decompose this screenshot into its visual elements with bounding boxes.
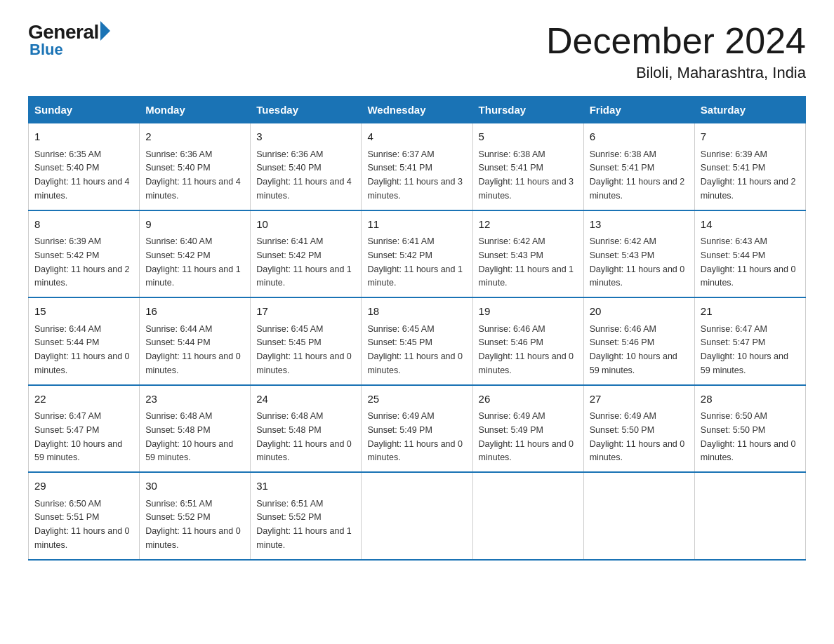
list-item: 23Sunrise: 6:48 AMSunset: 5:48 PMDayligh… bbox=[140, 385, 251, 473]
list-item: 5Sunrise: 6:38 AMSunset: 5:41 PMDaylight… bbox=[472, 123, 583, 210]
day-number: 30 bbox=[145, 478, 244, 495]
day-info: Sunrise: 6:47 AMSunset: 5:47 PMDaylight:… bbox=[34, 411, 122, 462]
list-item bbox=[694, 472, 805, 560]
day-info: Sunrise: 6:48 AMSunset: 5:48 PMDaylight:… bbox=[145, 411, 233, 462]
table-row: 22Sunrise: 6:47 AMSunset: 5:47 PMDayligh… bbox=[29, 385, 806, 473]
list-item: 31Sunrise: 6:51 AMSunset: 5:52 PMDayligh… bbox=[251, 472, 362, 560]
list-item: 27Sunrise: 6:49 AMSunset: 5:50 PMDayligh… bbox=[583, 385, 694, 473]
day-number: 19 bbox=[479, 304, 578, 320]
col-friday: Friday bbox=[583, 97, 694, 123]
day-number: 16 bbox=[145, 304, 244, 320]
day-info: Sunrise: 6:38 AMSunset: 5:41 PMDaylight:… bbox=[590, 149, 685, 201]
logo-arrow-icon bbox=[100, 21, 110, 41]
list-item: 9Sunrise: 6:40 AMSunset: 5:42 PMDaylight… bbox=[140, 210, 251, 298]
day-number: 13 bbox=[590, 217, 689, 233]
col-monday: Monday bbox=[140, 97, 251, 123]
day-number: 11 bbox=[367, 217, 466, 233]
day-number: 14 bbox=[701, 217, 800, 233]
day-info: Sunrise: 6:39 AMSunset: 5:41 PMDaylight:… bbox=[701, 149, 796, 201]
header-row: Sunday Monday Tuesday Wednesday Thursday… bbox=[29, 97, 806, 123]
day-info: Sunrise: 6:41 AMSunset: 5:42 PMDaylight:… bbox=[367, 236, 463, 288]
day-info: Sunrise: 6:40 AMSunset: 5:42 PMDaylight:… bbox=[145, 236, 241, 288]
list-item: 29Sunrise: 6:50 AMSunset: 5:51 PMDayligh… bbox=[29, 472, 140, 560]
day-number: 25 bbox=[367, 391, 466, 408]
table-row: 1Sunrise: 6:35 AMSunset: 5:40 PMDaylight… bbox=[29, 123, 806, 210]
list-item: 12Sunrise: 6:42 AMSunset: 5:43 PMDayligh… bbox=[472, 210, 583, 298]
col-sunday: Sunday bbox=[29, 97, 140, 123]
list-item: 18Sunrise: 6:45 AMSunset: 5:45 PMDayligh… bbox=[362, 297, 472, 385]
list-item: 14Sunrise: 6:43 AMSunset: 5:44 PMDayligh… bbox=[694, 210, 805, 298]
day-number: 18 bbox=[367, 304, 466, 320]
day-info: Sunrise: 6:51 AMSunset: 5:52 PMDaylight:… bbox=[145, 499, 241, 550]
day-info: Sunrise: 6:47 AMSunset: 5:47 PMDaylight:… bbox=[701, 324, 788, 375]
day-number: 17 bbox=[256, 304, 355, 320]
day-number: 12 bbox=[479, 217, 578, 233]
day-number: 6 bbox=[590, 129, 689, 145]
col-saturday: Saturday bbox=[694, 97, 805, 123]
day-info: Sunrise: 6:43 AMSunset: 5:44 PMDaylight:… bbox=[701, 236, 796, 288]
day-number: 4 bbox=[367, 129, 466, 145]
list-item: 3Sunrise: 6:36 AMSunset: 5:40 PMDaylight… bbox=[251, 123, 362, 210]
list-item: 22Sunrise: 6:47 AMSunset: 5:47 PMDayligh… bbox=[29, 385, 140, 473]
list-item: 21Sunrise: 6:47 AMSunset: 5:47 PMDayligh… bbox=[694, 297, 805, 385]
calendar-title: December 2024 bbox=[546, 21, 806, 61]
day-info: Sunrise: 6:44 AMSunset: 5:44 PMDaylight:… bbox=[34, 324, 130, 375]
day-number: 26 bbox=[479, 391, 578, 408]
calendar-subtitle: Biloli, Maharashtra, India bbox=[546, 64, 806, 82]
logo-blue: Blue bbox=[29, 41, 110, 59]
list-item: 6Sunrise: 6:38 AMSunset: 5:41 PMDaylight… bbox=[583, 123, 694, 210]
day-number: 20 bbox=[590, 304, 689, 320]
day-number: 7 bbox=[701, 129, 800, 145]
day-info: Sunrise: 6:46 AMSunset: 5:46 PMDaylight:… bbox=[590, 324, 677, 375]
day-info: Sunrise: 6:42 AMSunset: 5:43 PMDaylight:… bbox=[590, 236, 685, 288]
day-number: 28 bbox=[701, 391, 800, 408]
day-info: Sunrise: 6:44 AMSunset: 5:44 PMDaylight:… bbox=[145, 324, 241, 375]
day-number: 10 bbox=[256, 217, 355, 233]
day-info: Sunrise: 6:39 AMSunset: 5:42 PMDaylight:… bbox=[34, 236, 130, 288]
title-block: December 2024 Biloli, Maharashtra, India bbox=[546, 21, 806, 82]
col-wednesday: Wednesday bbox=[362, 97, 472, 123]
list-item: 19Sunrise: 6:46 AMSunset: 5:46 PMDayligh… bbox=[472, 297, 583, 385]
list-item: 26Sunrise: 6:49 AMSunset: 5:49 PMDayligh… bbox=[472, 385, 583, 473]
day-info: Sunrise: 6:42 AMSunset: 5:43 PMDaylight:… bbox=[479, 236, 574, 288]
day-info: Sunrise: 6:49 AMSunset: 5:50 PMDaylight:… bbox=[590, 411, 685, 462]
day-info: Sunrise: 6:36 AMSunset: 5:40 PMDaylight:… bbox=[145, 149, 241, 201]
list-item: 10Sunrise: 6:41 AMSunset: 5:42 PMDayligh… bbox=[251, 210, 362, 298]
day-info: Sunrise: 6:48 AMSunset: 5:48 PMDaylight:… bbox=[256, 411, 352, 462]
day-info: Sunrise: 6:49 AMSunset: 5:49 PMDaylight:… bbox=[367, 411, 463, 462]
day-number: 2 bbox=[145, 129, 244, 145]
day-info: Sunrise: 6:35 AMSunset: 5:40 PMDaylight:… bbox=[34, 149, 130, 201]
table-row: 15Sunrise: 6:44 AMSunset: 5:44 PMDayligh… bbox=[29, 297, 806, 385]
day-info: Sunrise: 6:36 AMSunset: 5:40 PMDaylight:… bbox=[256, 149, 352, 201]
day-number: 8 bbox=[34, 217, 133, 233]
list-item: 20Sunrise: 6:46 AMSunset: 5:46 PMDayligh… bbox=[583, 297, 694, 385]
calendar-table: Sunday Monday Tuesday Wednesday Thursday… bbox=[28, 96, 806, 561]
day-number: 27 bbox=[590, 391, 689, 408]
day-info: Sunrise: 6:46 AMSunset: 5:46 PMDaylight:… bbox=[479, 324, 574, 375]
day-info: Sunrise: 6:37 AMSunset: 5:41 PMDaylight:… bbox=[367, 149, 463, 201]
day-number: 23 bbox=[145, 391, 244, 408]
day-number: 3 bbox=[256, 129, 355, 145]
list-item: 15Sunrise: 6:44 AMSunset: 5:44 PMDayligh… bbox=[29, 297, 140, 385]
day-number: 22 bbox=[34, 391, 133, 408]
list-item: 28Sunrise: 6:50 AMSunset: 5:50 PMDayligh… bbox=[694, 385, 805, 473]
day-info: Sunrise: 6:45 AMSunset: 5:45 PMDaylight:… bbox=[367, 324, 463, 375]
page-header: General Blue December 2024 Biloli, Mahar… bbox=[28, 21, 806, 82]
list-item: 25Sunrise: 6:49 AMSunset: 5:49 PMDayligh… bbox=[362, 385, 472, 473]
day-number: 1 bbox=[34, 129, 133, 145]
day-info: Sunrise: 6:51 AMSunset: 5:52 PMDaylight:… bbox=[256, 499, 352, 550]
list-item: 1Sunrise: 6:35 AMSunset: 5:40 PMDaylight… bbox=[29, 123, 140, 210]
day-info: Sunrise: 6:50 AMSunset: 5:51 PMDaylight:… bbox=[34, 499, 130, 550]
day-info: Sunrise: 6:41 AMSunset: 5:42 PMDaylight:… bbox=[256, 236, 352, 288]
list-item: 30Sunrise: 6:51 AMSunset: 5:52 PMDayligh… bbox=[140, 472, 251, 560]
day-number: 24 bbox=[256, 391, 355, 408]
col-thursday: Thursday bbox=[472, 97, 583, 123]
list-item: 11Sunrise: 6:41 AMSunset: 5:42 PMDayligh… bbox=[362, 210, 472, 298]
list-item bbox=[362, 472, 472, 560]
list-item bbox=[472, 472, 583, 560]
day-info: Sunrise: 6:38 AMSunset: 5:41 PMDaylight:… bbox=[479, 149, 574, 201]
day-number: 9 bbox=[145, 217, 244, 233]
list-item: 13Sunrise: 6:42 AMSunset: 5:43 PMDayligh… bbox=[583, 210, 694, 298]
day-number: 21 bbox=[701, 304, 800, 320]
list-item: 2Sunrise: 6:36 AMSunset: 5:40 PMDaylight… bbox=[140, 123, 251, 210]
